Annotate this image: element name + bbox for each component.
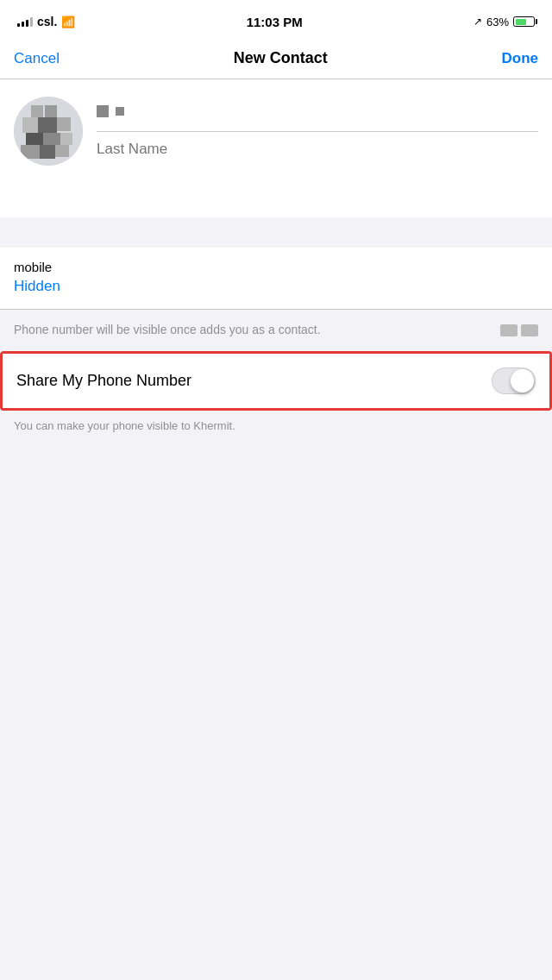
done-button[interactable]: Done	[502, 50, 539, 67]
status-bar: csl. 📶 11:03 PM ↗ 63%	[0, 0, 552, 38]
pixel-block-2	[116, 107, 124, 116]
status-time: 11:03 PM	[247, 15, 303, 29]
blur-block-2	[521, 324, 538, 336]
cancel-button[interactable]: Cancel	[14, 50, 60, 67]
pixel-block-1	[97, 105, 109, 117]
info-section: Phone number will be visible once adds y…	[0, 309, 552, 351]
share-subtitle: You can make your phone visible to Kherm…	[0, 411, 552, 446]
last-name-input[interactable]	[97, 132, 538, 166]
toggle-knob	[511, 369, 534, 393]
blur-block-1	[500, 324, 518, 336]
share-phone-toggle[interactable]	[492, 368, 536, 394]
phone-label: mobile	[14, 260, 538, 274]
blurred-number	[500, 324, 538, 336]
info-text: Phone number will be visible once adds y…	[14, 322, 486, 339]
share-section: Share My Phone Number	[3, 354, 549, 408]
first-name-hint	[97, 105, 124, 117]
status-right: ↗ 63%	[474, 16, 535, 28]
share-label: Share My Phone Number	[16, 372, 191, 390]
battery-icon	[513, 16, 535, 27]
phone-section: mobile Hidden	[0, 248, 552, 309]
signal-icon	[17, 16, 33, 27]
avatar[interactable]	[14, 97, 83, 166]
phone-value: Hidden	[14, 278, 538, 295]
nav-bar: Cancel New Contact Done	[0, 38, 552, 79]
contact-form	[0, 79, 552, 217]
carrier-label: csl.	[37, 15, 57, 28]
bottom-area	[0, 446, 552, 705]
share-section-wrapper: Share My Phone Number	[0, 351, 552, 411]
page-title: New Contact	[234, 49, 328, 67]
first-name-row	[97, 105, 538, 124]
location-icon: ↗	[474, 16, 482, 28]
section-gap-1	[0, 217, 552, 248]
battery-percent: 63%	[486, 16, 509, 28]
name-fields	[97, 97, 538, 166]
status-left: csl. 📶	[17, 15, 75, 28]
wifi-icon: 📶	[61, 16, 75, 28]
